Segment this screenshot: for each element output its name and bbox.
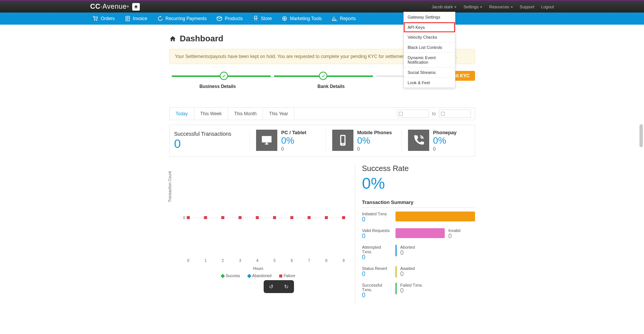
cart-icon <box>92 16 98 22</box>
step-label: Bank Details <box>317 84 345 89</box>
svg-point-3 <box>284 18 285 19</box>
svg-rect-21 <box>221 216 224 219</box>
settings-dropdown: Gateway SettingsAPI KeysVelocity ChecksB… <box>403 12 455 88</box>
svg-text:2: 2 <box>222 259 224 263</box>
rotate-left-icon[interactable]: ↺ <box>269 284 274 290</box>
store-icon <box>253 16 259 22</box>
dropdown-item-velocity-checks[interactable]: Velocity Checks <box>404 32 455 42</box>
nav-marketing-tools[interactable]: Marketing Tools <box>278 16 325 22</box>
phone-icon <box>408 130 429 151</box>
step-check-icon <box>319 72 327 80</box>
tab-this-week[interactable]: This Week <box>194 108 228 120</box>
logout-link[interactable]: Logout <box>541 5 554 9</box>
device-pc-card: PC / Tablet 0% 0 <box>250 130 318 152</box>
resources-menu[interactable]: Resources <box>489 5 513 9</box>
floating-controls: ↺ ↻ <box>264 280 294 293</box>
svg-text:3: 3 <box>239 259 241 263</box>
date-to-label: to <box>432 111 436 116</box>
tab-this-year[interactable]: This Year <box>263 108 294 120</box>
dropdown-item-api-keys[interactable]: API Keys <box>404 22 455 32</box>
summary-row: Attempted Txns.0Aborted0 <box>362 245 475 261</box>
device-mobile-card: Mobile Phones 0% 0 <box>326 130 394 152</box>
nav-invoice[interactable]: Invoice <box>121 16 151 22</box>
svg-point-6 <box>342 144 343 145</box>
date-to-input[interactable] <box>439 110 471 118</box>
svg-rect-23 <box>256 216 259 219</box>
summary-row: Status Revert0Awaited0 <box>362 266 475 278</box>
svg-rect-27 <box>325 216 328 219</box>
home-icon <box>169 35 176 42</box>
svg-text:1: 1 <box>204 259 206 263</box>
topbar-right: Jacob stark Settings Resources Support L… <box>431 5 554 9</box>
dropdown-item-black-list-controls[interactable]: Black List Controls <box>404 42 455 53</box>
tab-today[interactable]: Today <box>170 108 194 120</box>
stats-row: Successful Transactions 0 PC / Tablet 0%… <box>169 125 475 157</box>
svg-rect-26 <box>307 216 310 219</box>
svg-rect-24 <box>273 216 276 219</box>
nav-reports[interactable]: Reports <box>328 16 360 22</box>
pc-icon <box>256 130 277 151</box>
chart-legend: Success Abandoned Failure <box>169 274 347 278</box>
rotate-right-icon[interactable]: ↻ <box>284 284 289 290</box>
success-rate-label: Success Rate <box>362 164 475 173</box>
svg-rect-19 <box>187 216 190 219</box>
dropdown-item-dynamic-event-notification[interactable]: Dynamic Event Notification <box>404 53 455 67</box>
calendar-icon <box>441 112 445 116</box>
svg-text:7: 7 <box>308 259 310 263</box>
dropdown-item-social-streams[interactable]: Social Streams <box>404 67 455 78</box>
support-link[interactable]: Support <box>520 5 535 9</box>
topbar: CC·Avenue® Jacob stark Settings Resource… <box>0 0 644 13</box>
transactions-chart: Transaction Count 00123456789 Hours Succ… <box>169 164 347 304</box>
summary-row: Valid Requests0Invalid0 <box>362 228 475 240</box>
nav-recurring-payments[interactable]: Recurring Payments <box>153 16 211 22</box>
marketing-icon <box>281 16 288 22</box>
svg-rect-5 <box>341 136 344 143</box>
chart-ylabel: Transaction Count <box>168 171 172 202</box>
svg-text:8: 8 <box>325 259 327 263</box>
brand-logo: CC·Avenue® <box>90 3 140 11</box>
chart-canvas: 00123456789 <box>169 168 347 267</box>
invoice-icon <box>125 16 131 22</box>
nav-orders[interactable]: Orders <box>89 16 119 22</box>
transaction-summary-title: Transaction Summary <box>362 199 475 208</box>
step-check-icon <box>220 72 228 80</box>
tab-this-month[interactable]: This Month <box>228 108 263 120</box>
summary-row: Initiated Txns0 <box>362 212 475 223</box>
reports-icon <box>331 16 338 22</box>
nav-products[interactable]: Products <box>213 16 246 22</box>
svg-text:0: 0 <box>187 259 189 263</box>
svg-text:5: 5 <box>273 259 275 263</box>
svg-rect-20 <box>204 216 207 219</box>
svg-rect-28 <box>342 216 345 219</box>
svg-rect-22 <box>238 216 241 219</box>
svg-text:4: 4 <box>256 259 258 263</box>
svg-rect-25 <box>290 216 293 219</box>
svg-text:0: 0 <box>183 216 185 220</box>
nav-store[interactable]: Store <box>249 16 276 22</box>
dropdown-item-gateway-settings[interactable]: Gateway Settings <box>404 12 455 22</box>
period-tabs: Today This Week This Month This Year to <box>169 107 475 120</box>
scrollbar-thumb[interactable] <box>639 124 643 147</box>
success-rate-value: 0% <box>362 174 475 193</box>
home-icon[interactable] <box>132 3 140 11</box>
summary-row: Successful Txns.0Failed Txns.0 <box>362 283 475 299</box>
summary-panel: Success Rate 0% Transaction Summary Init… <box>355 164 475 304</box>
main-nav: OrdersInvoiceRecurring PaymentsProductsS… <box>0 13 644 25</box>
date-from-input[interactable] <box>397 110 429 118</box>
products-icon <box>216 16 222 22</box>
calendar-icon <box>399 112 403 116</box>
dropdown-item-look-feel[interactable]: Look & Feel <box>404 78 455 88</box>
device-phonepay-card: Phonepay 0% 0 <box>402 130 470 152</box>
successful-transactions-card: Successful Transactions 0 <box>174 131 242 151</box>
chart-xlabel: Hours <box>169 267 347 271</box>
recurring-icon <box>157 16 163 22</box>
mobile-icon <box>332 130 353 151</box>
settings-menu[interactable]: Settings <box>463 5 482 9</box>
svg-text:9: 9 <box>342 259 345 263</box>
step-label: Business Details <box>200 84 236 89</box>
svg-text:6: 6 <box>291 259 293 263</box>
user-menu[interactable]: Jacob stark <box>431 5 456 9</box>
